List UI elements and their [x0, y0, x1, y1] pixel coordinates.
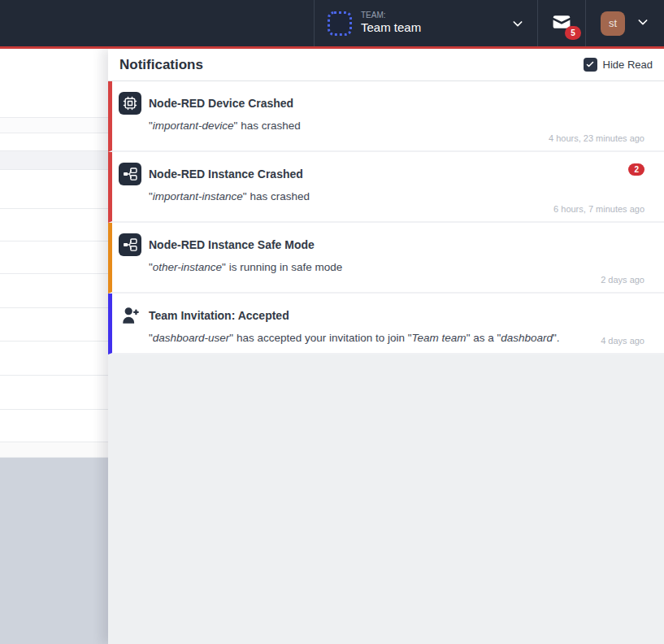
notification-list: Node-RED Device Crashed "important-devic…: [108, 81, 664, 355]
team-selector-dropdown[interactable]: TEAM: Team team: [314, 0, 538, 46]
notification-item[interactable]: Team Invitation: Accepted "dashboard-use…: [108, 294, 664, 355]
notification-message: "important-instance" has crashed: [149, 190, 644, 202]
notification-title: Node-RED Device Crashed: [149, 97, 293, 110]
hide-read-toggle[interactable]: Hide Read: [584, 58, 653, 72]
background-page-row: [0, 117, 108, 133]
notification-timestamp: 4 days ago: [601, 336, 644, 346]
notification-count-badge: 2: [628, 163, 644, 176]
notification-header: Node-RED Device Crashed: [119, 92, 644, 115]
notification-icon: [119, 304, 141, 327]
notification-title: Node-RED Instance Safe Mode: [149, 238, 315, 251]
notification-message: "dashboard-user" has accepted your invit…: [149, 332, 644, 344]
background-page-row: [0, 409, 108, 442]
background-page-row: [0, 150, 108, 169]
notifications-panel-header: Notifications Hide Read: [108, 49, 664, 81]
background-page-row: [0, 273, 108, 307]
background-page: [0, 49, 108, 644]
notification-item[interactable]: Node-RED Instance Crashed 2 "important-i…: [108, 152, 664, 223]
background-page-row: [0, 375, 108, 409]
top-navbar: TEAM: Team team 5 st: [0, 0, 664, 46]
unread-count-badge: 5: [565, 26, 581, 40]
panel-title: Notifications: [119, 57, 203, 73]
notification-header: Team Invitation: Accepted: [119, 304, 644, 327]
hide-read-checkbox[interactable]: [584, 58, 597, 72]
team-label: TEAM:: [361, 11, 421, 21]
background-page-row: [0, 442, 108, 457]
notifications-mail-button[interactable]: 5: [538, 0, 586, 46]
team-avatar-identicon: [328, 11, 352, 36]
notification-title: Node-RED Instance Crashed: [149, 168, 303, 181]
notification-item[interactable]: Node-RED Instance Safe Mode "other-insta…: [108, 223, 664, 294]
notification-message: "important-device" has crashed: [149, 120, 644, 132]
chevron-down-icon: [511, 17, 524, 30]
background-page-footer-block: [0, 457, 108, 644]
background-page-row: [0, 133, 108, 150]
notification-icon: [119, 92, 141, 115]
notification-timestamp: 2 days ago: [601, 275, 644, 285]
chevron-down-icon: [636, 15, 649, 32]
background-page-row: [0, 307, 108, 341]
team-name: Team team: [361, 20, 421, 36]
background-page-row: [0, 49, 108, 117]
notification-icon: [119, 163, 141, 185]
notification-item[interactable]: Node-RED Device Crashed "important-devic…: [108, 81, 664, 152]
notification-timestamp: 6 hours, 7 minutes ago: [553, 204, 644, 214]
notification-message: "other-instance" is running in safe mode: [149, 261, 644, 273]
notification-icon: [119, 233, 141, 256]
notification-title: Team Invitation: Accepted: [149, 309, 289, 322]
background-page-row: [0, 169, 108, 208]
background-page-row: [0, 341, 108, 375]
navbar-spacer: [0, 0, 314, 46]
background-page-row: [0, 241, 108, 273]
notification-timestamp: 4 hours, 23 minutes ago: [549, 133, 644, 143]
accent-divider-line: [0, 46, 664, 49]
notification-header: Node-RED Instance Safe Mode: [119, 233, 644, 256]
notifications-panel: Notifications Hide Read Node-RED Device …: [108, 49, 664, 644]
check-icon: [585, 58, 595, 72]
hide-read-label: Hide Read: [603, 59, 653, 71]
notification-header: Node-RED Instance Crashed 2: [119, 163, 644, 185]
background-page-row: [0, 208, 108, 241]
user-avatar: st: [601, 11, 625, 36]
user-menu-button[interactable]: st: [586, 0, 664, 46]
